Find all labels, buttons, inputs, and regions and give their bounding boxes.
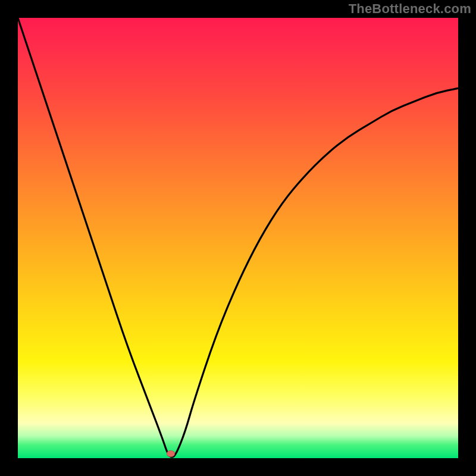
watermark-text: TheBottleneck.com: [349, 1, 471, 17]
minimum-marker: [167, 450, 175, 457]
chart-frame: TheBottleneck.com: [0, 0, 476, 476]
plot-area: [18, 18, 458, 458]
curve-path: [18, 18, 458, 457]
bottleneck-curve: [18, 18, 458, 458]
